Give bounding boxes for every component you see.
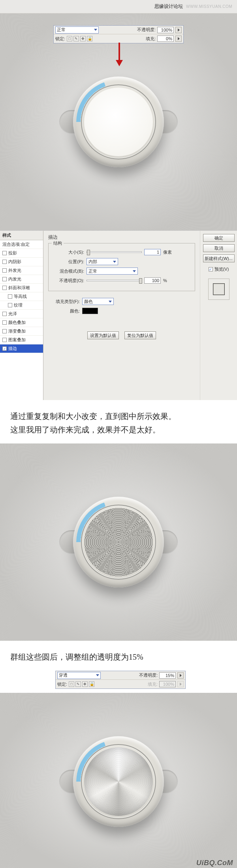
opacity-input[interactable]: 100%: [157, 27, 174, 33]
style-label: 渐变叠加: [8, 328, 26, 334]
instruction-line: 群组这些圆后，调整组的透明度为15%: [10, 650, 227, 664]
illustration-panel-step3: UiBQ.CoM: [0, 693, 237, 868]
size-slider[interactable]: [87, 251, 142, 253]
style-stroke[interactable]: ✓描边: [0, 344, 43, 353]
chevron-down-icon: [133, 270, 136, 272]
style-color-overlay[interactable]: 颜色叠加: [0, 318, 43, 327]
style-label: 内阴影: [8, 259, 21, 265]
instruction-text-2: 群组这些圆后，调整组的透明度为15%: [0, 641, 237, 671]
position-value: 内部: [88, 259, 97, 265]
lock-icons-group: □ ✎ ✥ 🔒: [69, 681, 94, 687]
lock-image-icon[interactable]: ✎: [73, 36, 79, 41]
size-unit: 像素: [163, 249, 172, 255]
watermark-text: UiBQ.CoM: [196, 859, 233, 867]
cancel-button[interactable]: 取消: [203, 244, 235, 252]
checkbox-icon[interactable]: [2, 329, 7, 333]
opacity-label: 不透明度(O):: [53, 278, 84, 284]
fieldset-legend: 结构: [52, 240, 64, 246]
blend-mode-value: 穿透: [59, 672, 68, 678]
style-list: 样式 混合选项:自定 投影 内阴影 外发光 内发光 斜面和浮雕 等高线 纹理 光…: [0, 231, 43, 400]
blend-mode-select[interactable]: 穿透: [57, 672, 101, 679]
opacity-arrow-button[interactable]: [175, 27, 182, 33]
checkbox-icon[interactable]: ✓: [2, 346, 7, 351]
lock-transparency-icon[interactable]: □: [69, 681, 74, 687]
checkbox-icon[interactable]: [2, 286, 7, 290]
knob-face-concentric: [84, 508, 153, 576]
dialog-buttons: 确定 取消 新建样式(W)... ✓ 预览(V): [200, 231, 237, 400]
checkbox-icon[interactable]: [2, 312, 7, 316]
style-inner-glow[interactable]: 内发光: [0, 275, 43, 284]
lock-position-icon[interactable]: ✥: [82, 681, 88, 687]
style-drop-shadow[interactable]: 投影: [0, 249, 43, 258]
opacity-label: 不透明度:: [139, 672, 158, 678]
style-pattern-overlay[interactable]: 图案叠加: [0, 336, 43, 344]
checkbox-icon[interactable]: [8, 294, 12, 299]
style-outer-glow[interactable]: 外发光: [0, 266, 43, 275]
lock-all-icon[interactable]: 🔒: [89, 681, 94, 687]
fill-input-disabled: 100%: [159, 681, 176, 687]
knob-outer-ring: [73, 736, 164, 827]
color-label: 颜色:: [48, 308, 80, 314]
style-bevel[interactable]: 斜面和浮雕: [0, 284, 43, 292]
stroke-color-swatch[interactable]: [82, 308, 98, 314]
style-label: 等高线: [14, 294, 27, 299]
fill-type-select[interactable]: 颜色: [82, 298, 114, 305]
set-default-button[interactable]: 设置为默认值: [87, 331, 119, 339]
blend-mode-label: 混合模式(B):: [53, 268, 84, 274]
style-gradient-overlay[interactable]: 渐变叠加: [0, 327, 43, 336]
style-label: 投影: [8, 250, 17, 256]
checkbox-icon[interactable]: [2, 320, 7, 325]
opacity-slider[interactable]: [87, 280, 142, 281]
style-contour[interactable]: 等高线: [0, 292, 43, 301]
style-label: 内发光: [8, 276, 21, 282]
reset-default-button[interactable]: 复位为默认值: [124, 331, 156, 339]
knob-outer-ring: [73, 497, 164, 587]
position-select[interactable]: 内部: [87, 258, 118, 265]
ok-button[interactable]: 确定: [203, 234, 235, 242]
blend-mode-select[interactable]: 正常: [55, 26, 99, 34]
blending-options-row[interactable]: 混合选项:自定: [0, 240, 43, 249]
lock-transparency-icon[interactable]: □: [67, 36, 72, 41]
preview-checkbox[interactable]: ✓: [209, 267, 213, 271]
chevron-down-icon: [96, 674, 99, 676]
style-inner-shadow[interactable]: 内阴影: [0, 258, 43, 266]
lock-all-icon[interactable]: 🔒: [87, 36, 92, 41]
fill-input[interactable]: 0%: [157, 36, 174, 42]
lock-position-icon[interactable]: ✥: [80, 36, 86, 41]
illustration-panel-step2: [0, 443, 237, 641]
checkbox-icon[interactable]: [2, 268, 7, 273]
opacity-unit: %: [163, 278, 167, 283]
blend-mode-select[interactable]: 正常: [87, 268, 138, 275]
fill-arrow-button[interactable]: [175, 36, 182, 42]
new-style-button[interactable]: 新建样式(W)...: [203, 254, 235, 262]
opacity-label: 不透明度:: [137, 27, 156, 33]
checkbox-icon[interactable]: [2, 338, 7, 342]
style-label: 描边: [8, 346, 17, 352]
opacity-input[interactable]: 15%: [159, 672, 176, 679]
site-url: WWW.MISSYUAN.COM: [186, 4, 232, 9]
lock-image-icon[interactable]: ✎: [75, 681, 81, 687]
preview-label: 预览(V): [214, 266, 229, 272]
checkbox-icon[interactable]: [2, 277, 7, 281]
checkbox-icon[interactable]: [8, 303, 12, 307]
opacity-input[interactable]: 100: [144, 277, 161, 284]
site-logo-text: 思缘设计论坛: [154, 3, 183, 10]
style-satin[interactable]: 光泽: [0, 310, 43, 318]
knob-face-white: [84, 88, 153, 156]
instruction-text-1: 通过重复复制和大小改变，直到图中所示效果。 这里我用了动作来完成，效果并不是太好…: [0, 400, 237, 443]
style-texture[interactable]: 纹理: [0, 301, 43, 310]
checkbox-icon[interactable]: [2, 260, 7, 264]
preview-swatch: [213, 284, 224, 295]
stroke-settings-panel: 描边 结构 大小(S): 1 像素 位置(P): 内部 混合模式(B): 正常: [43, 231, 200, 400]
annotation-arrow: [117, 43, 121, 66]
knob-inner-ring: [81, 84, 156, 159]
size-input[interactable]: 1: [144, 249, 161, 255]
style-label: 斜面和浮雕: [8, 285, 30, 291]
instruction-line: 通过重复复制和大小改变，直到图中所示效果。: [10, 410, 227, 423]
opacity-arrow-button[interactable]: [177, 672, 184, 679]
checkbox-icon[interactable]: [2, 251, 7, 255]
panel-title: 描边: [48, 234, 195, 241]
blend-mode-value: 正常: [57, 27, 66, 33]
style-list-header: 样式: [0, 231, 43, 240]
position-label: 位置(P):: [53, 259, 84, 265]
